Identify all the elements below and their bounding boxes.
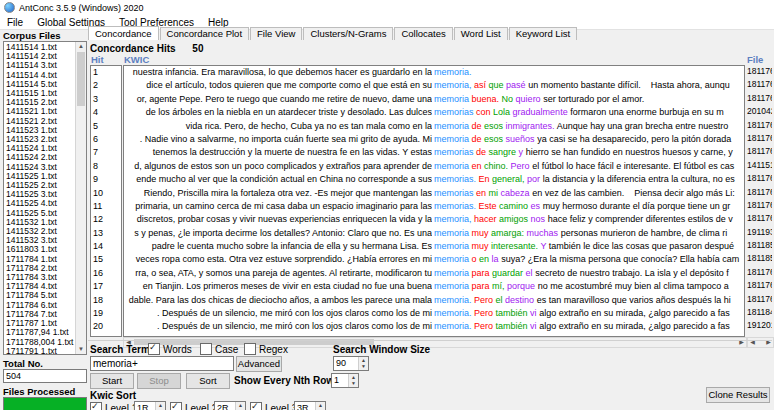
kwic-row[interactable]: dable. Para las dos chicas de dieciocho …: [124, 294, 744, 307]
file-name: 1811769 4.t: [747, 199, 772, 212]
kwic-sort-level1[interactable]: Level 1: [90, 402, 137, 410]
checkbox-icon[interactable]: [200, 343, 212, 355]
file-name: 1811769 3.t: [747, 145, 772, 158]
words-label: Words: [163, 344, 192, 355]
sort-level2-word: sangre: [489, 147, 517, 157]
total-no-value: 504: [3, 369, 87, 383]
level1-spinner[interactable]: 1R ▲▼: [134, 401, 166, 410]
corpus-files-scrollbar[interactable]: ▲ ▼: [75, 42, 86, 354]
hit-number: 8: [91, 160, 121, 173]
kwic-keyword: memorias.: [434, 174, 476, 184]
tab-file-view[interactable]: File View: [250, 27, 302, 40]
spinner-arrows-icon[interactable]: ▲▼: [348, 374, 358, 387]
advanced-button[interactable]: Advanced: [236, 356, 282, 372]
sort-level1-word: muy: [472, 241, 489, 251]
kwic-row[interactable]: padre le cuenta mucho sobre la infancia …: [124, 240, 744, 253]
tab-concordance-plot[interactable]: Concordance Plot: [160, 27, 250, 40]
hit-number: 7: [91, 146, 121, 159]
checkbox-icon[interactable]: [170, 402, 182, 410]
kwic-keyword: memorias: [434, 188, 474, 198]
tab-concordance[interactable]: Concordance: [88, 26, 159, 40]
kwic-right-context: Aunque hay una gran brecha entre nuestro: [557, 121, 729, 131]
kwic-keyword: memoria: [434, 254, 469, 264]
corpus-file-listbox[interactable]: 1411514 1.txt1411514 2.txt1411514 3.txt1…: [3, 41, 87, 355]
kwic-row[interactable]: primaria, un camino cerca de mi casa dab…: [124, 200, 744, 213]
sort-level2-word: esos: [484, 134, 503, 144]
corpus-files-header: Corpus Files: [3, 30, 87, 40]
files-processed-progressbar: [3, 397, 87, 410]
menu-item[interactable]: File: [0, 17, 30, 28]
scrollbar-thumb[interactable]: [77, 52, 85, 106]
kwic-row[interactable]: vida rica. Pero, de hecho, Cuba ya no es…: [124, 120, 744, 133]
kwic-right-context: formaron una enorme burbuja en su m: [570, 107, 724, 117]
hit-number: 9: [91, 173, 121, 186]
kwic-row[interactable]: dice el artículo, todos quieren que me c…: [124, 79, 744, 92]
spinner-arrows-icon[interactable]: ▲▼: [358, 357, 368, 370]
case-checkbox[interactable]: Case: [200, 343, 238, 355]
file-name: 1811766 10: [747, 78, 772, 91]
concordance-hits-value: 50: [192, 43, 203, 54]
level3-spinner[interactable]: 3R ▲▼: [294, 401, 326, 410]
kwic-row[interactable]: veces ropa como esta. Otra vez estuve so…: [124, 253, 744, 266]
kwic-row[interactable]: en Tianjin. Los primeros meses de vivir …: [124, 280, 744, 293]
kwic-row[interactable]: . Después de un silencio, me miró con lo…: [124, 320, 744, 333]
nth-row-spinner[interactable]: 1 ▲▼: [331, 373, 359, 388]
kwic-row[interactable]: . Después de un silencio, me miró con lo…: [124, 307, 744, 320]
checkbox-icon[interactable]: [90, 402, 102, 410]
sort-level2-word: mí,: [492, 281, 505, 291]
regex-checkbox[interactable]: Regex: [244, 343, 288, 355]
sort-level1-word: de: [472, 121, 482, 131]
kwic-left-context: en Tianjin. Los primeros meses de vivir …: [143, 280, 432, 293]
kwic-row[interactable]: . Nadie vino a salvarme, no importa cuán…: [124, 133, 744, 146]
kwic-row[interactable]: d, algunos de estos son un poco complica…: [124, 160, 744, 173]
kwic-right-context: ser torturado por el amor.: [543, 94, 644, 104]
kwic-row[interactable]: de los árboles en la niebla en un atarde…: [124, 106, 744, 119]
kwic-right-context: ya casi se ha desaparecido, pero la pitó…: [537, 134, 731, 144]
sort-level1-word: para: [472, 281, 490, 291]
kwic-sort-level3[interactable]: Level 3: [250, 402, 297, 410]
corpus-file-item[interactable]: 1711791 1.txt: [6, 347, 75, 355]
kwic-row[interactable]: or, agente Pepe. Pero te ruego que cuand…: [124, 93, 744, 106]
menu-item[interactable]: Help: [201, 17, 236, 28]
kwic-right-context: secreto de nuestro trabajo. La isla y el…: [535, 268, 729, 278]
kwic-row[interactable]: nuestra infancia. Era maravillosa, lo qu…: [124, 66, 744, 79]
stop-button[interactable]: Stop: [137, 373, 181, 389]
file-name: 1811766 5.t: [747, 132, 772, 145]
kwic-row[interactable]: Riendo, Priscilla mira la fortaleza otra…: [124, 187, 744, 200]
words-checkbox[interactable]: Words: [148, 343, 192, 355]
spinner-arrows-icon[interactable]: ▲▼: [235, 402, 245, 410]
level2-spinner[interactable]: 2R ▲▼: [214, 401, 246, 410]
scroll-down-icon[interactable]: ▼: [76, 345, 86, 354]
kwic-right-context: algo extraño en su mirada, ¿algo parecid…: [539, 308, 730, 318]
scroll-up-icon[interactable]: ▲: [76, 42, 86, 51]
concordance-hits-label: Concordance Hits: [90, 43, 176, 54]
spinner-arrows-icon[interactable]: ▲▼: [155, 402, 165, 410]
tab-collocates[interactable]: Collocates: [394, 27, 452, 40]
kwic-row[interactable]: s y penas, ¿le importa decirme los detal…: [124, 227, 744, 240]
search-window-size-spinner[interactable]: 90 ▲▼: [333, 356, 369, 371]
concordance-rows[interactable]: nuestra infancia. Era maravillosa, lo qu…: [123, 65, 745, 337]
kwic-sort-level2[interactable]: Level 2: [170, 402, 217, 410]
kwic-row[interactable]: rra, o sea, ATA, y somos una pareja de a…: [124, 267, 744, 280]
tab-clusters-n-grams[interactable]: Clusters/N-Grams: [303, 27, 393, 40]
start-button[interactable]: Start: [90, 373, 134, 389]
checkbox-icon[interactable]: [148, 343, 160, 355]
kwic-left-context: primaria, un camino cerca de mi casa dab…: [135, 200, 432, 213]
search-input[interactable]: [90, 356, 234, 371]
sort-level2-word: que: [489, 80, 504, 90]
clone-results-button[interactable]: Clone Results: [706, 387, 770, 403]
file-name: 1811764 12: [747, 266, 772, 279]
checkbox-icon[interactable]: [244, 343, 256, 355]
checkbox-icon[interactable]: [250, 402, 262, 410]
kwic-row[interactable]: tenemos la destrucción y la muerte de nu…: [124, 146, 744, 159]
tab-keyword-list[interactable]: Keyword List: [509, 27, 577, 40]
spinner-arrows-icon[interactable]: ▲▼: [315, 402, 325, 410]
tab-word-list[interactable]: Word List: [454, 27, 508, 40]
kwic-left-context: discretos, probar cosas y vivir nuevas e…: [137, 213, 432, 226]
sort-level2-word: Lola: [493, 107, 510, 117]
sort-button[interactable]: Sort: [186, 373, 230, 389]
kwic-row[interactable]: discretos, probar cosas y vivir nuevas e…: [124, 213, 744, 226]
sort-level2-word: esos: [484, 121, 503, 131]
kwic-row[interactable]: ende mucho al ver que la condición actua…: [124, 173, 744, 186]
file-name: 1811769 8.t: [747, 212, 772, 225]
